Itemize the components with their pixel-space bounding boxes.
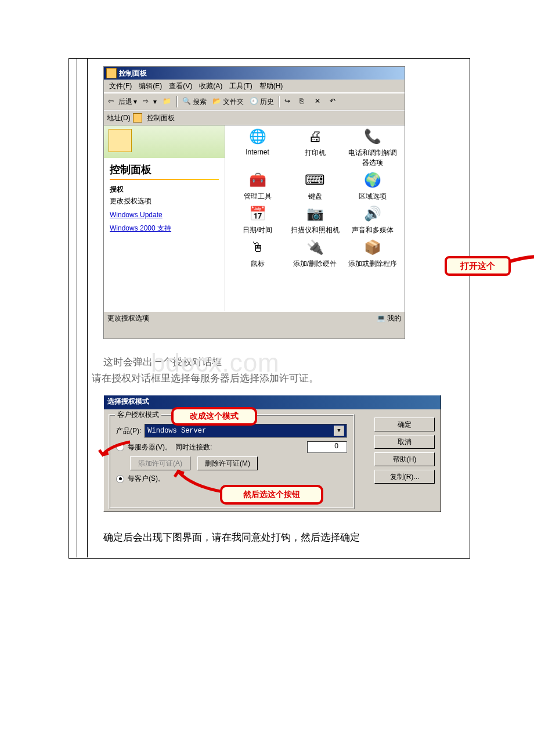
dropdown-icon: ▾ — [134, 98, 137, 106]
phone-icon: 📞 — [363, 127, 383, 146]
control-panel-window: 控制面板 文件(F) 编辑(E) 查看(V) 收藏(A) 工具(T) 帮助(H)… — [103, 66, 405, 339]
dialog-title: 选择授权模式 — [104, 395, 441, 409]
separator — [176, 96, 178, 107]
folder-icon: 📂 — [212, 97, 222, 106]
body-text-3: 确定后会出现下图界面，请在我同意处打钩，然后选择确定 — [103, 531, 360, 544]
calendar-icon: 📅 — [248, 204, 268, 224]
history-icon: 🕘 — [250, 97, 259, 106]
search-button[interactable]: 🔍搜索 — [180, 96, 209, 108]
toolbar: ⇦后退▾ ⇨▾ 📁 🔍搜索 📂文件夹 🕘历史 ↪ ⎘ ✕ ↶ — [104, 93, 405, 110]
windows-2000-support-link[interactable]: Windows 2000 支持 — [110, 224, 219, 233]
icon-printers[interactable]: 🖨打印机 — [290, 127, 340, 168]
icon-date-time[interactable]: 📅日期/时间 — [233, 204, 282, 235]
icon-mouse[interactable]: 🖱鼠标 — [233, 237, 282, 269]
annotation-change-mode: 改成这个模式 — [171, 407, 257, 426]
dropdown-icon: ▼ — [334, 426, 344, 436]
address-label: 地址(D) — [107, 113, 131, 123]
icon-pane: 🌐Internet 🖨打印机 📞电话和调制解调器选项 🧰管理工具 ⌨键盘 🌍区域… — [225, 125, 405, 311]
annotation-arrow — [508, 253, 534, 271]
history-button[interactable]: 🕘历史 — [247, 96, 276, 108]
control-panel-large-icon — [109, 129, 132, 152]
computer-icon: 💻 — [377, 314, 385, 322]
control-panel-icon — [133, 113, 142, 123]
annotation-arrow-icon — [98, 437, 133, 460]
menubar[interactable]: 文件(F) 编辑(E) 查看(V) 收藏(A) 工具(T) 帮助(H) — [104, 80, 405, 93]
icon-add-remove-programs[interactable]: 📦添加或删除程序 — [348, 237, 397, 269]
address-bar: 地址(D) 控制面板 — [104, 110, 405, 125]
forward-button[interactable]: ⇨▾ — [140, 96, 159, 107]
dropdown-icon: ▾ — [153, 98, 157, 106]
camera-icon: 📷 — [305, 204, 325, 224]
licensing-dialog: 选择授权模式 客户授权模式 产品(P): Windows Server ▼ 每服… — [103, 395, 441, 512]
copy-button[interactable]: 复制(R)... — [374, 470, 435, 484]
per-seat-radio[interactable] — [116, 475, 124, 483]
search-icon: 🔍 — [182, 97, 192, 106]
delete-button[interactable]: ✕ — [312, 96, 326, 107]
window-title: 控制面板 — [119, 69, 147, 78]
titlebar: 控制面板 — [104, 67, 405, 80]
icon-admin-tools[interactable]: 🧰管理工具 — [233, 170, 282, 201]
per-server-label: 每服务器(V)。 — [128, 442, 172, 452]
toolbox-icon: 🧰 — [248, 170, 268, 190]
dialog-buttons: 确定 取消 帮助(H) 复制(R)... — [374, 417, 435, 484]
address-value[interactable]: 控制面板 — [147, 113, 175, 123]
left-pane: 控制面板 授权 更改授权选项 Windows Update Windows 20… — [104, 125, 225, 311]
menu-edit[interactable]: 编辑(E) — [135, 80, 165, 92]
back-button[interactable]: ⇦后退▾ — [106, 96, 139, 108]
left-pane-title: 控制面板 — [104, 158, 225, 179]
move-icon: ↪ — [284, 97, 294, 106]
copy-icon: ⎘ — [300, 97, 309, 106]
control-panel-icon — [106, 68, 117, 78]
left-pane-header — [104, 125, 225, 158]
mouse-icon: 🖱 — [248, 237, 268, 257]
speaker-icon: 🔊 — [363, 204, 383, 224]
globe-icon: 🌐 — [248, 127, 268, 146]
per-seat-label: 每客户(S)。 — [128, 474, 165, 484]
menu-help[interactable]: 帮助(H) — [256, 80, 287, 92]
status-text: 更改授权选项 — [107, 314, 149, 323]
icon-regional[interactable]: 🌍区域选项 — [348, 170, 397, 201]
undo-button[interactable]: ↶ — [327, 96, 341, 107]
connections-label: 同时连接数: — [175, 442, 212, 452]
copy-button[interactable]: ⎘ — [297, 96, 311, 107]
printer-icon: 🖨 — [305, 127, 325, 146]
statusbar: 更改授权选项 💻我的 — [104, 311, 405, 325]
icon-add-remove-hardware[interactable]: 🔌添加/删除硬件 — [290, 237, 340, 269]
watermark: bdocx.com — [151, 348, 280, 377]
icon-scanners-cameras[interactable]: 📷扫描仪和照相机 — [290, 204, 340, 235]
windows-update-link[interactable]: Windows Update — [110, 211, 219, 219]
undo-icon: ↶ — [330, 97, 339, 106]
annotation-then-click: 然后选这个按钮 — [220, 485, 323, 505]
folder-up-icon: 📁 — [163, 97, 172, 106]
cancel-button[interactable]: 取消 — [374, 435, 435, 449]
annotation-open-this: 打开这个 — [445, 256, 511, 276]
menu-view[interactable]: 查看(V) — [165, 80, 196, 92]
delete-icon: ✕ — [315, 97, 324, 106]
programs-icon: 📦 — [363, 237, 383, 257]
hardware-icon: 🔌 — [305, 237, 325, 257]
groupbox-label: 客户授权模式 — [115, 410, 161, 420]
back-icon: ⇦ — [108, 97, 117, 106]
menu-file[interactable]: 文件(F) — [106, 80, 135, 92]
connections-field[interactable]: 0 — [307, 441, 347, 453]
keyboard-icon: ⌨ — [305, 170, 325, 190]
icon-phone-modem[interactable]: 📞电话和调制解调器选项 — [348, 127, 397, 168]
ok-button[interactable]: 确定 — [374, 417, 435, 431]
product-combo[interactable]: Windows Server ▼ — [145, 424, 347, 438]
product-label: 产品(P): — [116, 426, 141, 436]
menu-favorites[interactable]: 收藏(A) — [196, 80, 226, 92]
menu-tools[interactable]: 工具(T) — [226, 80, 255, 92]
icon-sounds-multimedia[interactable]: 🔊声音和多媒体 — [348, 204, 397, 235]
selected-item-info: 授权 更改授权选项 — [104, 185, 225, 206]
separator — [279, 96, 280, 107]
move-button[interactable]: ↪ — [282, 96, 296, 107]
icon-keyboard[interactable]: ⌨键盘 — [290, 170, 340, 201]
folders-button[interactable]: 📂文件夹 — [210, 96, 246, 108]
icon-internet[interactable]: 🌐Internet — [233, 127, 282, 168]
annotation-arrow-icon — [174, 469, 226, 498]
help-button[interactable]: 帮助(H) — [374, 452, 435, 466]
forward-icon: ⇨ — [143, 97, 152, 106]
up-button[interactable]: 📁 — [160, 96, 174, 107]
divider — [110, 179, 219, 180]
content-area: 控制面板 授权 更改授权选项 Windows Update Windows 20… — [104, 125, 405, 311]
